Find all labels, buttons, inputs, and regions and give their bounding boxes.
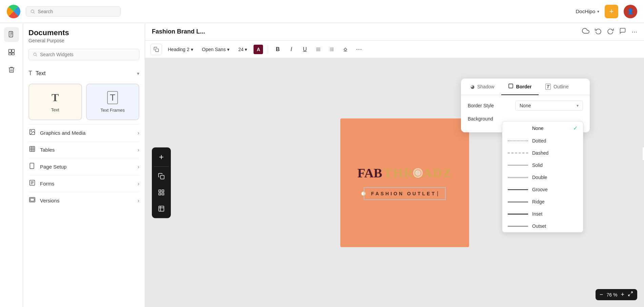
- global-search[interactable]: [26, 6, 121, 17]
- list-button[interactable]: [326, 44, 337, 55]
- svg-point-7: [34, 53, 36, 56]
- check-icon: ✓: [573, 125, 578, 131]
- main-layout: Documents General Purpose T Text ▾ T Tex…: [0, 23, 644, 307]
- svg-rect-35: [162, 193, 164, 195]
- rail-icon-pages[interactable]: [4, 45, 19, 60]
- toolbar-divider: [154, 166, 169, 167]
- dropdown-item-dashed[interactable]: Dashed: [502, 147, 583, 159]
- widget-text-frames[interactable]: T Text Frames: [86, 84, 140, 120]
- text-section-chevron-icon: ▾: [137, 71, 139, 76]
- svg-rect-3: [8, 49, 11, 52]
- svg-rect-16: [30, 163, 34, 169]
- sidebar-item-tables[interactable]: Tables ›: [28, 141, 139, 158]
- fashion-outlet-text: FASHION OUTLET: [371, 191, 436, 196]
- svg-rect-11: [30, 147, 35, 152]
- search-input[interactable]: [38, 9, 116, 14]
- font-selector[interactable]: Open Sans ▾: [199, 45, 233, 54]
- dropdown-label-dashed: Dashed: [532, 150, 578, 156]
- text-frames-widget-label: Text Frames: [100, 108, 125, 113]
- zoom-fit-button[interactable]: [628, 291, 633, 298]
- dropdown-item-outset[interactable]: Outset: [502, 220, 583, 232]
- text-color-button[interactable]: A: [253, 44, 264, 55]
- tab-outline[interactable]: T Outline: [539, 79, 576, 95]
- border-tab-label: Border: [516, 84, 532, 89]
- text-widget-icon: T: [52, 91, 59, 104]
- topbar-right: DocHipo ▾ + 👤: [576, 5, 637, 18]
- style-panel-tabs: ◕ Shadow Border T Outline: [461, 79, 590, 95]
- text-widgets: T Text T Text Frames: [28, 80, 139, 124]
- zoom-in-button[interactable]: +: [621, 291, 624, 298]
- undo-icon[interactable]: [595, 27, 602, 36]
- gear-overlay: [413, 168, 423, 178]
- app-logo[interactable]: [7, 5, 20, 18]
- dropdown-label-none: None: [532, 126, 569, 131]
- dropdown-item-dotted[interactable]: Dotted: [502, 135, 583, 147]
- doc-toolbar-icons: ···: [582, 27, 637, 36]
- canvas-layout-button[interactable]: [154, 201, 169, 216]
- avatar[interactable]: 👤: [624, 5, 637, 18]
- copy-format-button[interactable]: [150, 44, 162, 55]
- tab-border[interactable]: Border: [501, 79, 539, 95]
- svg-line-41: [631, 292, 632, 293]
- forms-label: Forms: [40, 181, 55, 187]
- bold-button[interactable]: B: [272, 44, 283, 55]
- cloud-icon[interactable]: [582, 27, 589, 36]
- canvas-copy-button[interactable]: [154, 169, 169, 183]
- underline-button[interactable]: U: [299, 44, 310, 55]
- border-style-select[interactable]: None ▾ None ✓: [515, 101, 583, 111]
- sidebar-item-page-setup[interactable]: Page Setup ›: [28, 158, 139, 175]
- topbar: DocHipo ▾ + 👤: [0, 0, 644, 23]
- italic-button[interactable]: I: [286, 44, 297, 55]
- svg-rect-6: [12, 53, 14, 55]
- svg-rect-32: [159, 190, 161, 192]
- sidebar-item-forms[interactable]: Forms ›: [28, 175, 139, 192]
- tables-label: Tables: [40, 147, 55, 153]
- canvas-add-button[interactable]: +: [154, 149, 169, 164]
- canvas-grid-button[interactable]: [154, 185, 169, 200]
- font-size-selector[interactable]: 24 ▾: [235, 45, 250, 54]
- graphics-label: Graphics and Media: [40, 130, 85, 136]
- dropdown-item-ridge[interactable]: Ridge: [502, 196, 583, 208]
- more-icon[interactable]: ···: [631, 28, 637, 36]
- redo-icon[interactable]: [607, 27, 614, 36]
- tab-shadow[interactable]: ◕ Shadow: [464, 79, 501, 95]
- widget-text[interactable]: T Text: [28, 84, 82, 120]
- dropdown-item-groove[interactable]: Groove: [502, 183, 583, 196]
- add-button[interactable]: +: [605, 5, 618, 18]
- svg-rect-33: [162, 190, 164, 192]
- forms-chevron-icon: ›: [138, 181, 139, 187]
- heading-selector[interactable]: Heading 2 ▾: [165, 45, 196, 54]
- more-format-button[interactable]: ···: [354, 44, 364, 55]
- font-size-value: 24: [238, 47, 244, 52]
- dochipo-chevron-icon: ▾: [597, 9, 599, 14]
- dropdown-label-solid: Solid: [532, 162, 578, 168]
- sidebar-item-versions[interactable]: Versions ›: [28, 192, 139, 209]
- comment-icon[interactable]: [619, 27, 626, 36]
- fashion-outlet-container[interactable]: FASHION OUTLET |: [364, 187, 446, 200]
- zoom-bar: − 76 % +: [596, 289, 637, 300]
- rail-icon-doc[interactable]: [4, 27, 19, 42]
- text-section-header[interactable]: T Text ▾: [28, 67, 139, 80]
- groove-line-preview: [508, 188, 528, 192]
- rail-icon-trash[interactable]: [4, 62, 19, 77]
- sidebar-item-graphics[interactable]: Graphics and Media ›: [28, 124, 139, 141]
- align-button[interactable]: [313, 44, 324, 55]
- zoom-out-button[interactable]: −: [600, 291, 603, 298]
- sidebar-search[interactable]: [28, 49, 139, 60]
- toolbar-divider-1: [268, 45, 268, 53]
- highlight-button[interactable]: [340, 44, 351, 55]
- dochipo-menu[interactable]: DocHipo ▾: [576, 8, 599, 14]
- dropdown-label-ridge: Ridge: [532, 199, 578, 204]
- text-section-label: Text: [36, 70, 45, 76]
- dropdown-item-solid[interactable]: Solid: [502, 159, 583, 171]
- sidebar-search-input[interactable]: [40, 52, 135, 57]
- outline-tab-icon: T: [545, 84, 551, 90]
- dropdown-item-double[interactable]: Double: [502, 171, 583, 183]
- dashed-line-preview: [508, 151, 528, 155]
- dropdown-label-dotted: Dotted: [532, 138, 578, 144]
- dropdown-label-double: Double: [532, 175, 578, 180]
- dropdown-item-none[interactable]: None ✓: [502, 122, 583, 135]
- page-setup-icon: [28, 162, 36, 171]
- graphics-icon: [28, 129, 36, 137]
- dropdown-item-inset[interactable]: Inset: [502, 208, 583, 220]
